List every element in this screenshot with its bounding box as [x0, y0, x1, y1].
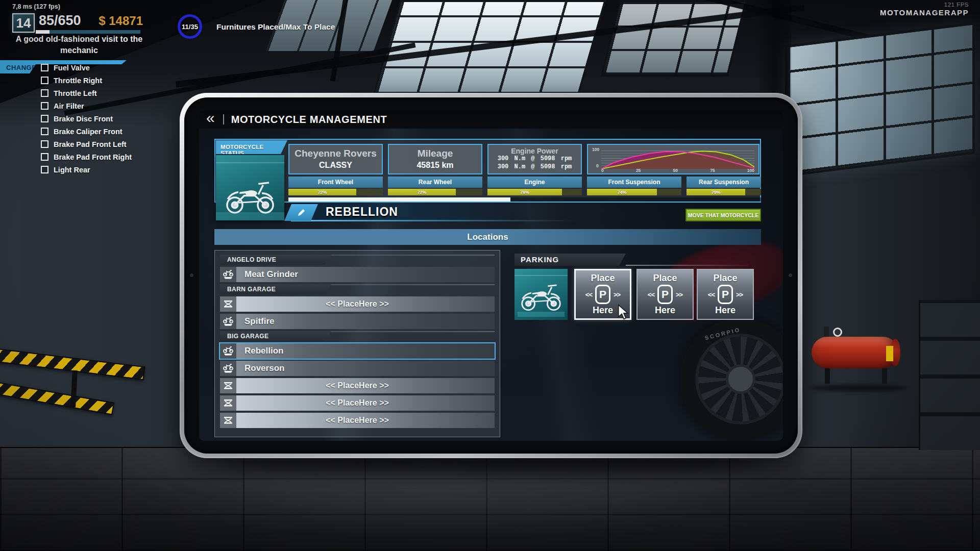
checklist-item: Throttle Right: [41, 74, 132, 87]
mileage-title: Mileage: [418, 148, 453, 159]
frametime-readout: 7,8 ms (127 fps): [12, 3, 60, 10]
right-arrows: >>: [676, 291, 682, 298]
lift-icon: [220, 413, 236, 428]
header-divider: [223, 114, 224, 124]
place-here-label: << PlaceHere >>: [236, 416, 478, 425]
place-label: Place: [653, 273, 677, 284]
mission-title: A good old-fashioned visit to the mechan…: [0, 34, 158, 56]
engine-power-title: Engine Power: [511, 147, 558, 155]
power-curves-plot: [601, 148, 754, 169]
part-button-front-wheel[interactable]: Front Wheel: [288, 177, 383, 188]
compressor-gauge: [833, 328, 842, 337]
motorcycle-image: [219, 167, 281, 220]
parking-slot-occupied-thumbnail[interactable]: [514, 269, 568, 320]
bike-model-panel: Cheyenne Rovers CLASSY: [288, 144, 383, 174]
checkbox-icon: [41, 102, 48, 110]
parked-motorcycle-image: [517, 272, 566, 316]
checklist-item-label: Fuel Valve: [54, 64, 90, 72]
part-button-rear-suspension[interactable]: Rear Suspension: [687, 177, 761, 188]
right-arrows: >>: [614, 291, 620, 298]
place-label: Place: [713, 273, 737, 284]
y-axis-max-label: 100: [592, 147, 599, 152]
mouse-cursor-icon: [617, 304, 630, 322]
part-button-engine[interactable]: Engine: [487, 177, 582, 188]
xp-progress-bar: [36, 30, 140, 34]
condition-bar-front-suspension: 74%: [587, 189, 681, 195]
condition-fill: 72%: [388, 189, 456, 195]
condition-fill: 72%: [288, 189, 356, 195]
bike-name-underline: [291, 220, 577, 221]
mission-checklist: Fuel Valve Throttle Right Throttle Left …: [41, 61, 132, 176]
status-scrollbar-thumb[interactable]: [288, 197, 510, 202]
compressor-label: [886, 346, 893, 361]
x-tick: 100: [747, 168, 754, 173]
furniture-counter-label: Furnitures Placed/Max To Place: [216, 22, 335, 32]
tablet-screen: SCORPIO « MOTORCYCLE MANAGEMENT MOTORCYC…: [199, 110, 783, 441]
checklist-item-label: Brake Caliper Front: [54, 128, 122, 136]
condition-bar-front-wheel: 72%: [288, 189, 383, 195]
checklist-item: Throttle Left: [41, 87, 132, 99]
group-name: BIG GARAGE: [220, 331, 331, 341]
tablet-camera-dot: [789, 273, 792, 277]
part-button-front-suspension[interactable]: Front Suspension: [587, 177, 681, 188]
xp-progress-fill: [36, 30, 50, 34]
location-slot-roverson[interactable]: Roverson: [220, 361, 495, 376]
slot-bike-name: Rebellion: [244, 346, 284, 356]
checkbox-icon: [41, 153, 48, 161]
compressor-shadow: [811, 385, 908, 391]
compressor-leg: [825, 367, 830, 384]
location-slot-spitfire[interactable]: Spitfire: [220, 314, 495, 329]
garage-scene: 7,8 ms (127 fps) 14 85/650 $ 14871 A goo…: [0, 0, 980, 551]
air-compressor: [811, 323, 908, 392]
location-empty-slot[interactable]: << PlaceHere >>: [220, 296, 495, 312]
checkbox-icon: [41, 140, 48, 148]
checklist-item: Brake Caliper Front: [41, 125, 132, 138]
x-tick: 25: [636, 168, 641, 173]
furniture-count: 11/35: [182, 23, 198, 31]
location-slot-rebellion-selected[interactable]: Rebellion: [220, 343, 495, 359]
location-group-header: ANGELO DRIVE: [220, 255, 495, 265]
lift-icon: [220, 395, 236, 411]
parking-place-here-slot-2[interactable]: Place << P >> Here: [636, 269, 694, 320]
x-axis-ticks: 0 25 50 75 100: [601, 168, 754, 173]
checkbox-icon: [41, 89, 48, 97]
condition-bar-engine: 79%: [487, 189, 582, 195]
app-name-watermark: MOTOMANAGERAPP: [880, 8, 969, 17]
parking-icon: P: [657, 285, 673, 304]
place-label: Place: [591, 273, 615, 284]
location-empty-slot[interactable]: << PlaceHere >>: [220, 395, 495, 411]
checkbox-icon: [41, 166, 48, 173]
engine-power-line2: 300 N.m @ 5098 rpm: [498, 163, 572, 171]
y-axis-min-label: 0: [596, 163, 599, 168]
part-label: Engine: [524, 179, 545, 186]
parking-icon: P: [595, 285, 610, 304]
here-label: Here: [655, 305, 675, 316]
checklist-item: Fuel Valve: [41, 61, 132, 74]
place-here-label: << PlaceHere >>: [236, 398, 478, 408]
x-tick: 75: [710, 168, 715, 173]
power-curve-chart: 100 0 0 25 50 75 100: [587, 144, 760, 174]
location-empty-slot[interactable]: << PlaceHere >>: [220, 413, 495, 428]
part-button-rear-wheel[interactable]: Rear Wheel: [388, 177, 482, 188]
left-arrows: <<: [708, 291, 715, 298]
place-here-label: << PlaceHere >>: [236, 299, 478, 309]
checklist-item-label: Light Rear: [54, 166, 90, 174]
hazard-stripe-rail: [0, 381, 114, 415]
slot-bike-name: Roverson: [244, 363, 284, 373]
part-label: Front Wheel: [318, 179, 353, 186]
back-button[interactable]: «: [206, 111, 215, 128]
location-slot-meat-grinder[interactable]: Meat Grinder: [220, 267, 495, 282]
left-arrows: <<: [648, 291, 654, 298]
checklist-item-label: Brake Disc Front: [54, 115, 113, 123]
mileage-value: 45815 km: [416, 161, 453, 170]
parking-header-line: [626, 265, 748, 266]
checklist-item-label: Brake Pad Front Left: [54, 140, 127, 148]
checkbox-icon: [41, 64, 48, 71]
status-scrollbar[interactable]: [288, 197, 761, 202]
page-title: MOTORCYCLE MANAGEMENT: [231, 114, 387, 126]
here-label: Here: [715, 305, 736, 316]
condition-fill: 74%: [587, 189, 657, 195]
move-motorcycle-button[interactable]: MOVE THAT MOTORCYCLE: [685, 209, 761, 221]
location-empty-slot[interactable]: << PlaceHere >>: [220, 378, 495, 393]
parking-place-here-slot-3[interactable]: Place << P >> Here: [697, 269, 754, 320]
